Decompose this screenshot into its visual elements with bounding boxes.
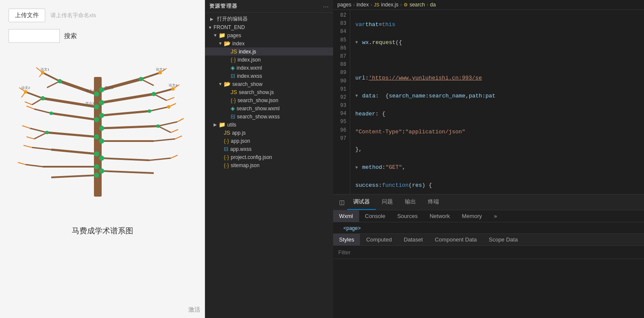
tab-more[interactable]: » [488, 210, 503, 222]
inspector-icon[interactable]: ◫ [337, 195, 347, 209]
collapse-icon-83[interactable]: ▼ [355, 39, 362, 46]
svg-text:节点3: 节点3 [105, 86, 114, 90]
code-line-91: success: function (res) { [355, 181, 639, 190]
tab-memory[interactable]: Memory [456, 210, 488, 222]
chevron-right-icon: ▶ [212, 122, 219, 127]
sidebar-item-index-wxml[interactable]: ▶ ◈ index.wxml [205, 64, 333, 72]
js-icon: JS [374, 2, 379, 7]
js-file-icon: JS [224, 130, 230, 136]
sidebar-item-search-show-js[interactable]: ▶ JS search_show.js [205, 88, 333, 96]
json-file-icon: {·} [231, 56, 236, 63]
svg-line-5 [51, 150, 97, 154]
index-folder-label: index [232, 41, 245, 47]
tab-styles[interactable]: Styles [333, 234, 360, 245]
search-input[interactable] [9, 29, 60, 43]
svg-line-17 [26, 92, 43, 98]
svg-point-64 [99, 168, 104, 174]
svg-point-52 [94, 104, 99, 109]
svg-point-60 [99, 113, 104, 118]
sidebar-item-utils[interactable]: ▶ 📁 utils [205, 121, 333, 129]
svg-line-26 [154, 89, 173, 94]
json-file-icon: {·} [224, 162, 229, 168]
svg-point-77 [167, 105, 170, 109]
svg-point-73 [41, 71, 44, 74]
sidebar-item-open-editors[interactable]: ▶ 打开的编辑器 [205, 15, 333, 24]
code-line-85: url: 'https://www.yunluheishi.cn:993/se [355, 74, 639, 83]
tab-computed[interactable]: Computed [360, 234, 398, 245]
svg-point-65 [58, 79, 62, 83]
svg-line-50 [171, 155, 178, 158]
search-show-wxss-label: search_show.wxss [237, 114, 280, 120]
sidebar-item-project-config[interactable]: ▶ {·} project.config.json [205, 153, 333, 161]
svg-line-15 [43, 73, 60, 81]
svg-line-37 [25, 102, 32, 105]
svg-point-75 [158, 71, 162, 74]
file-explorer-actions[interactable]: ··· [323, 3, 329, 10]
breadcrumb-sep-4: › [427, 2, 428, 8]
sidebar-item-index-json[interactable]: ▶ {·} index.json [205, 56, 333, 64]
svg-line-31 [154, 139, 175, 141]
upload-button[interactable]: 上传文件 [9, 9, 45, 22]
tab-network[interactable]: Network [424, 210, 456, 222]
index-wxml-label: index.wxml [237, 65, 262, 71]
sidebar-item-pages[interactable]: ▼ 📁 pages [205, 31, 333, 39]
tab-sources[interactable]: Sources [391, 210, 424, 222]
collapse-icon-86[interactable]: ▼ [355, 93, 362, 100]
search-row: 搜索 [9, 29, 77, 43]
sidebar-item-search-show-wxml[interactable]: ▶ ◈ search_show.wxml [205, 104, 333, 112]
index-json-label: index.json [237, 57, 261, 63]
collapse-icon-90[interactable]: ▼ [355, 165, 362, 171]
chevron-right-icon: ▶ [208, 17, 215, 21]
sidebar-item-index-wxss[interactable]: ▶ ⊟ index.wxss [205, 72, 333, 80]
tab-dataset[interactable]: Dataset [398, 234, 429, 245]
tab-terminal[interactable]: 终端 [422, 194, 445, 210]
svg-line-39 [22, 126, 30, 128]
svg-point-62 [99, 138, 104, 144]
svg-line-16 [47, 81, 60, 88]
folder-icon: 📁 [219, 32, 225, 38]
sidebar-item-app-json[interactable]: ▶ {·} app.json [205, 137, 333, 145]
file-explorer-title: 资源管理器 [209, 3, 237, 10]
tab-wxml[interactable]: Wxml [333, 210, 359, 222]
sidebar-item-index[interactable]: ▼ 📂 index [205, 39, 333, 47]
sidebar-item-search-show[interactable]: ▼ 📂 search_show [205, 80, 333, 88]
sidebar-item-app-js[interactable]: ▶ JS app.js [205, 129, 333, 137]
folder-icon: 📁 [219, 121, 225, 128]
sitemap-label: sitemap.json [231, 162, 259, 168]
sidebar-item-app-wxss[interactable]: ▶ ⊟ app.wxss [205, 145, 333, 153]
tab-console[interactable]: Console [359, 210, 392, 222]
breadcrumb-sep-3: › [400, 2, 402, 8]
file-tree: ▶ 打开的编辑器 ▼ FRONT_END ▼ 📁 pages ▼ 📂 index [205, 13, 333, 318]
tree-visualization: 论文1 论文2 论文3 论文4 节点1 节点2 节点3 [9, 51, 192, 214]
svg-line-27 [154, 94, 167, 100]
search-label: 搜索 [64, 32, 77, 40]
chevron-down-icon: ▼ [207, 25, 214, 30]
search-show-json-label: search_show.json [237, 97, 278, 103]
sidebar-item-search-show-wxss[interactable]: ▶ ⊟ search_show.wxss [205, 112, 333, 121]
wxml-file-icon: ◈ [231, 105, 235, 112]
sidebar-item-index-js[interactable]: ▶ JS index.js [205, 47, 333, 56]
tab-output[interactable]: 输出 [399, 194, 422, 210]
editor-breadcrumb: pages › index › JS index.js › ⚙ search ›… [333, 0, 644, 10]
svg-point-58 [99, 87, 104, 92]
code-editor: 82 83 84 85 86 87 88 89 90 91 92 93 94 9… [333, 10, 644, 194]
tab-component-data[interactable]: Component Data [429, 234, 483, 245]
svg-point-74 [24, 90, 27, 94]
svg-line-23 [26, 165, 43, 167]
tab-scope-data[interactable]: Scope Data [483, 234, 524, 245]
sidebar-item-front-end[interactable]: ▼ FRONT_END [205, 24, 333, 31]
code-line-82: var that = this [355, 21, 639, 29]
styles-filter-input[interactable] [338, 249, 639, 256]
upload-row: 上传文件 请上传名字命名xls [9, 9, 96, 22]
app-json-label: app.json [231, 138, 250, 144]
file-explorer-header: 资源管理器 ··· [205, 0, 333, 13]
svg-point-71 [148, 109, 151, 113]
tab-debugger[interactable]: 调试器 [347, 194, 376, 210]
code-line-89: }, [355, 145, 639, 154]
sidebar-item-search-show-json[interactable]: ▶ {·} search_show.json [205, 96, 333, 104]
code-line-84 [355, 56, 639, 65]
tab-issues[interactable]: 问题 [376, 194, 399, 210]
open-editors-label: 打开的编辑器 [217, 15, 248, 23]
sidebar-item-sitemap[interactable]: ▶ {·} sitemap.json [205, 161, 333, 169]
svg-line-14 [102, 171, 154, 173]
